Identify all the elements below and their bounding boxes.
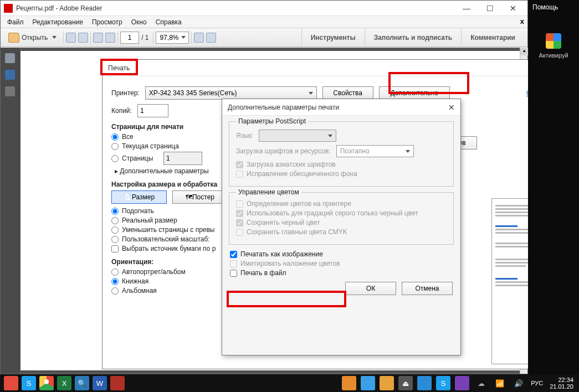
menu-bar: Файл Редактирование Просмотр Окно Справк…	[1, 16, 527, 28]
tray-icon-2[interactable]	[361, 376, 375, 390]
ok-button[interactable]: ОК	[345, 282, 396, 295]
print-dialog-title-bar: Печать ✕	[103, 60, 577, 76]
save-icon[interactable]	[78, 33, 88, 43]
pages-range-input[interactable]	[163, 152, 202, 165]
task-skype-icon[interactable]: S	[22, 376, 36, 390]
tray-icon-6[interactable]	[455, 376, 469, 390]
font-load-label: Загрузка шрифтов и ресурсов:	[236, 147, 331, 155]
task-explorer-icon[interactable]: 🔍	[75, 376, 89, 390]
app-icon	[4, 4, 13, 13]
create-pdf-icon[interactable]	[66, 33, 76, 43]
advanced-dialog-close-button[interactable]: ✕	[448, 103, 455, 112]
attachments-panel-icon[interactable]	[5, 86, 15, 96]
tray-skype-icon[interactable]: S	[436, 376, 450, 390]
check-printer-colors: Определение цветов на принтере	[236, 200, 447, 208]
check-simulate-overlay: Имитировать наложение цветов	[230, 260, 453, 267]
menu-edit[interactable]: Редактирование	[28, 17, 88, 27]
tray-icon-4[interactable]: ⏏	[398, 376, 413, 390]
shield-icon	[546, 33, 561, 49]
lang-label: Язык:	[236, 132, 253, 140]
task-chrome-icon[interactable]	[39, 376, 54, 390]
check-asian-fonts: Загрузка азиатских шрифтов	[236, 161, 447, 168]
task-excel-icon[interactable]: X	[57, 376, 71, 390]
activate-label: Активируй	[528, 52, 579, 59]
color-legend: Управление цветом	[236, 188, 301, 196]
menu-view[interactable]: Просмотр	[88, 17, 127, 27]
maximize-button[interactable]: ☐	[479, 1, 501, 16]
check-print-as-image[interactable]: Печатать как изображение	[230, 250, 453, 258]
check-cmyk: Сохранить главные цвета CMYK	[236, 228, 447, 236]
close-button[interactable]: ✕	[502, 1, 524, 16]
advanced-button[interactable]: Дополнительно	[379, 86, 450, 100]
check-print-to-file[interactable]: Печать в файл	[230, 269, 453, 277]
postscript-legend: Параметры PostScript	[236, 117, 308, 125]
tray-icon-1[interactable]	[342, 376, 356, 390]
bookmarks-panel-icon[interactable]	[5, 70, 15, 80]
window-title: Рецепты.pdf - Adobe Reader	[16, 4, 455, 12]
pages-panel-icon[interactable]	[5, 53, 15, 63]
open-label: Открыть	[22, 34, 48, 42]
mail-icon[interactable]	[105, 33, 115, 43]
toolbar: Открыть / 1 97,8% Инструменты Заполнить …	[1, 28, 527, 47]
copies-input[interactable]	[137, 104, 168, 117]
tab-fill-sign[interactable]: Заполнить и подписать	[365, 28, 461, 47]
taskbar: S X 🔍 W ⏏ S ☁ 📶 🔊 РУС 22:34 21.01.20	[0, 374, 579, 392]
check-fix-bg: Исправление обесцвеченного фона	[236, 170, 447, 178]
size-button[interactable]: 📄 Размер	[111, 190, 167, 204]
printer-select[interactable]: XP-342 343 345 Series(Сеть)	[145, 86, 317, 100]
poster-button[interactable]: 🗺 Постер	[172, 190, 228, 204]
advanced-print-dialog: Дополнительные параметры печати ✕ Параме…	[222, 99, 461, 355]
print-icon[interactable]	[93, 33, 103, 43]
tab-comments[interactable]: Комментарии	[461, 28, 524, 47]
page-total: / 1	[139, 34, 151, 42]
check-keep-black: Сохранять черный цвет	[236, 219, 447, 226]
task-adobe-icon[interactable]	[110, 376, 125, 390]
properties-button[interactable]: Свойства	[322, 86, 373, 100]
folder-icon	[8, 33, 19, 43]
advanced-dialog-title-bar: Дополнительные параметры печати ✕	[222, 99, 460, 116]
right-overlay: Помощь Активируй	[528, 0, 579, 374]
open-button[interactable]: Открыть	[4, 30, 61, 45]
title-bar: Рецепты.pdf - Adobe Reader — ☐ ✕	[1, 1, 527, 16]
help-overlay-label[interactable]: Помощь	[528, 0, 579, 14]
copies-label: Копий:	[111, 107, 132, 115]
task-opera-icon[interactable]	[4, 376, 18, 390]
tray-onedrive-icon[interactable]: ☁	[474, 376, 488, 390]
page-number-input[interactable]	[120, 32, 139, 44]
lang-select	[259, 130, 336, 142]
menu-window[interactable]: Окно	[127, 17, 151, 27]
advanced-dialog-title: Дополнительные параметры печати	[228, 104, 339, 111]
cancel-button[interactable]: Отмена	[402, 282, 453, 295]
menu-file[interactable]: Файл	[3, 17, 28, 27]
doc-close-button[interactable]: x	[520, 17, 524, 25]
tray-clock[interactable]: 22:34 21.01.20	[546, 376, 577, 390]
zoom-select[interactable]: 97,8%	[156, 32, 189, 44]
fit-icon[interactable]	[194, 33, 204, 43]
postscript-group: Параметры PostScript Язык: Загрузка шриф…	[229, 121, 454, 187]
tray-network-icon[interactable]: 📶	[493, 376, 507, 390]
tray-icon-5[interactable]	[417, 376, 432, 390]
tray-lang[interactable]: РУС	[529, 380, 545, 386]
check-gray-black: Использовать для градаций серого только …	[236, 209, 447, 217]
side-panel	[1, 48, 19, 374]
menu-help[interactable]: Справка	[151, 17, 186, 27]
tab-tools[interactable]: Инструменты	[301, 28, 365, 47]
printer-label: Принтер:	[111, 89, 140, 97]
color-group: Управление цветом Определение цветов на …	[229, 192, 454, 245]
tray-volume-icon[interactable]: 🔊	[511, 376, 526, 390]
minimize-button[interactable]: —	[455, 1, 478, 16]
tray-icon-3[interactable]	[380, 376, 394, 390]
print-dialog-title: Печать	[108, 64, 130, 72]
task-word-icon[interactable]: W	[93, 376, 107, 390]
font-load-select[interactable]: Поэтапно	[336, 145, 414, 157]
read-mode-icon[interactable]	[206, 33, 216, 43]
